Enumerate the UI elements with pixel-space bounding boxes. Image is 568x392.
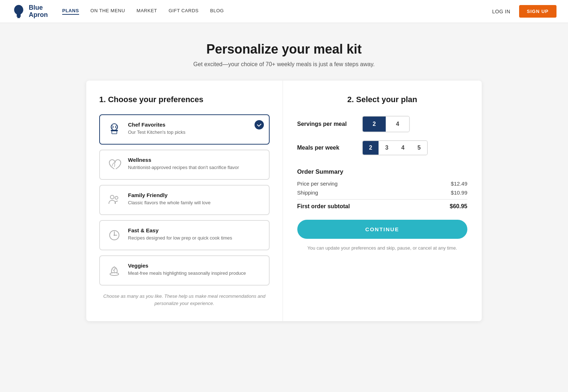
fast-easy-info: Fast & Easy Recipes designed for low pre… — [128, 227, 262, 241]
preference-veggies[interactable]: Veggies Meat-free meals highlighting sea… — [99, 255, 270, 286]
subtotal-value: $60.95 — [450, 203, 467, 210]
chef-icon — [106, 122, 122, 137]
price-per-serving-value: $12.49 — [451, 181, 467, 187]
nav-market[interactable]: MARKET — [137, 8, 157, 15]
svg-rect-0 — [17, 16, 21, 17]
wellness-title: Wellness — [128, 157, 262, 163]
wellness-info: Wellness Nutritionist-approved recipes t… — [128, 157, 262, 171]
chef-favorites-info: Chef Favorites Our Test Kitchen's top pi… — [128, 122, 262, 136]
hero-subtitle: Get excited—your choice of 70+ weekly me… — [7, 61, 561, 68]
fast-easy-title: Fast & Easy — [128, 227, 262, 233]
navbar: BlueApron PLANS ON THE MENU MARKET GIFT … — [0, 0, 568, 23]
order-summary-title: Order Summary — [297, 168, 468, 176]
veggies-title: Veggies — [128, 263, 262, 269]
logo-text: BlueApron — [29, 4, 48, 19]
servings-label: Servings per meal — [297, 121, 362, 127]
subtotal-label: First order subtotal — [297, 203, 350, 210]
nav-on-the-menu[interactable]: ON THE MENU — [91, 8, 125, 15]
shipping-label: Shipping — [297, 190, 318, 196]
serving-4-button[interactable]: 4 — [386, 117, 409, 132]
chef-favorites-title: Chef Favorites — [128, 122, 262, 128]
serving-2-button[interactable]: 2 — [363, 117, 386, 132]
family-icon — [106, 192, 122, 208]
preferences-title: 1. Choose your preferences — [99, 95, 270, 104]
preference-wellness[interactable]: Wellness Nutritionist-approved recipes t… — [99, 150, 270, 180]
subtotal-row: First order subtotal $60.95 — [297, 203, 468, 210]
order-summary: Order Summary Price per serving $12.49 S… — [297, 168, 468, 210]
logo-link[interactable]: BlueApron — [12, 4, 48, 19]
svg-point-11 — [114, 234, 115, 236]
wellness-icon — [106, 157, 122, 173]
fast-easy-icon — [106, 227, 122, 243]
nav-plans[interactable]: PLANS — [62, 8, 79, 15]
meals-5-button[interactable]: 5 — [411, 141, 427, 155]
preference-fast-easy[interactable]: Fast & Easy Recipes designed for low pre… — [99, 220, 270, 250]
fast-easy-desc: Recipes designed for low prep or quick c… — [128, 235, 262, 241]
family-friendly-title: Family Friendly — [128, 192, 262, 198]
meals-2-button[interactable]: 2 — [363, 141, 379, 155]
meals-3-button[interactable]: 3 — [379, 141, 395, 155]
nav-blog[interactable]: BLOG — [210, 8, 224, 15]
family-friendly-info: Family Friendly Classic flavors the whol… — [128, 192, 262, 206]
meals-4-button[interactable]: 4 — [395, 141, 411, 155]
meals-row: Meals per week 2 3 4 5 — [297, 140, 468, 155]
continue-note: You can update your preferences and skip… — [297, 245, 468, 252]
chef-favorites-desc: Our Test Kitchen's top picks — [128, 129, 262, 136]
login-link[interactable]: LOG IN — [492, 9, 510, 14]
nav-actions: LOG IN SIGN UP — [492, 5, 556, 18]
svg-point-6 — [110, 195, 114, 199]
meals-label: Meals per week — [297, 145, 362, 151]
wellness-desc: Nutritionist-approved recipes that don't… — [128, 164, 262, 171]
hero-title: Personalize your meal kit — [7, 42, 561, 57]
continue-button[interactable]: CONTINUE — [297, 220, 468, 239]
price-per-serving-label: Price per serving — [297, 181, 338, 187]
nav-gift-cards[interactable]: GIFT CARDS — [169, 8, 199, 15]
hero-section: Personalize your meal kit Get excited—yo… — [0, 23, 568, 81]
veggies-desc: Meat-free meals highlighting seasonally … — [128, 270, 262, 277]
svg-rect-3 — [112, 131, 117, 134]
price-per-serving-row: Price per serving $12.49 — [297, 181, 468, 187]
preferences-panel: 1. Choose your preferences Chef Favorite… — [86, 81, 283, 321]
chef-favorites-checkmark — [255, 120, 264, 129]
plan-title: 2. Select your plan — [297, 95, 468, 104]
signup-button[interactable]: SIGN UP — [519, 5, 556, 18]
preferences-footnote: Choose as many as you like. These help u… — [99, 293, 270, 307]
shipping-row: Shipping $10.99 — [297, 190, 468, 196]
plan-panel: 2. Select your plan Servings per meal 2 … — [283, 81, 482, 321]
svg-point-1 — [111, 124, 118, 130]
family-friendly-desc: Classic flavors the whole family will lo… — [128, 200, 262, 206]
main-card: 1. Choose your preferences Chef Favorite… — [86, 81, 482, 321]
nav-links: PLANS ON THE MENU MARKET GIFT CARDS BLOG — [62, 8, 492, 15]
preference-chef-favorites[interactable]: Chef Favorites Our Test Kitchen's top pi… — [99, 114, 270, 145]
summary-divider — [297, 199, 468, 200]
shipping-value: $10.99 — [451, 190, 467, 196]
veggies-icon — [106, 263, 122, 278]
servings-options: 2 4 — [362, 116, 410, 132]
preference-family-friendly[interactable]: Family Friendly Classic flavors the whol… — [99, 185, 270, 215]
meals-options: 2 3 4 5 — [362, 140, 428, 155]
servings-row: Servings per meal 2 4 — [297, 116, 468, 132]
svg-point-7 — [115, 196, 118, 199]
veggies-info: Veggies Meat-free meals highlighting sea… — [128, 263, 262, 277]
